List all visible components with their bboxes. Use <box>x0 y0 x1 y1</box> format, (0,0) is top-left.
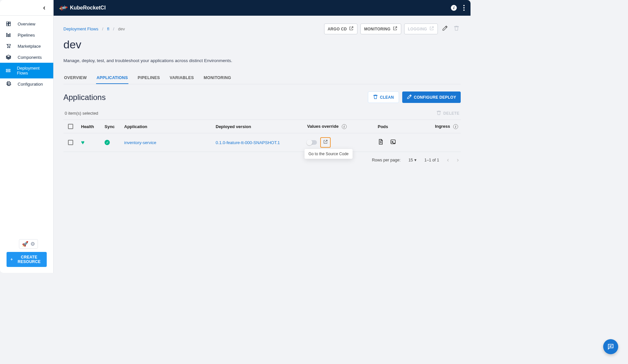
edit-button[interactable] <box>441 24 449 34</box>
external-link-icon <box>349 26 354 32</box>
deployed-version-link[interactable]: 0.1.0-feature-tt-000-SNAPSHOT.1 <box>216 140 280 145</box>
delete-label: DELETE <box>443 111 459 116</box>
sidebar-item-configuration[interactable]: Configuration <box>0 78 53 90</box>
col-deployed: Deployed version <box>216 124 307 129</box>
prev-page[interactable]: ‹ <box>447 157 449 163</box>
breadcrumb: Deployment Flows / fl / dev <box>63 26 125 31</box>
col-sync: Sync <box>105 124 124 129</box>
applications-table: Health Sync Application Deployed version… <box>63 120 461 152</box>
info-icon[interactable]: i <box>342 124 347 129</box>
tab-monitoring[interactable]: MONITORING <box>203 72 232 84</box>
external-link-icon <box>429 26 434 32</box>
nav-label: Components <box>18 55 42 60</box>
logging-label: LOGGING <box>408 27 427 31</box>
topbar: 🚀 KubeRocketCI i <box>54 0 471 16</box>
external-link-icon <box>392 26 398 32</box>
svg-rect-2 <box>9 24 10 26</box>
col-ingress: Ingress i <box>433 124 459 129</box>
pencil-icon <box>407 94 412 100</box>
sidebar-item-deployment-flows[interactable]: Deployment Flows <box>0 63 53 78</box>
sidebar-item-marketplace[interactable]: Marketplace <box>0 41 53 52</box>
monitoring-label: MONITORING <box>364 27 390 31</box>
header-actions: ARGO CD MONITORING LOGGING <box>324 24 461 34</box>
tabs: OVERVIEW APPLICATIONS PIPELINES VARIABLE… <box>63 72 461 84</box>
plus-icon: + <box>10 257 13 262</box>
topbar-right: i <box>451 5 465 11</box>
terminal-icon[interactable]: >_ <box>390 139 396 146</box>
kebab-menu-icon[interactable] <box>463 5 465 11</box>
breadcrumb-sep: / <box>102 26 104 31</box>
pagination: Rows per page: 15 ▾ 1–1 of 1 ‹ › <box>63 152 461 163</box>
page-range: 1–1 of 1 <box>424 158 439 162</box>
sidebar-bottom: 🚀 ⚙ + CREATE RESOURCE <box>0 235 53 273</box>
nav-label: Marketplace <box>18 44 41 49</box>
chevron-down-icon: ▾ <box>414 157 417 162</box>
svg-rect-1 <box>9 22 10 23</box>
breadcrumb-current: dev <box>118 26 125 31</box>
logs-icon[interactable] <box>378 139 384 146</box>
sidebar: Overview Pipelines Marketplace Component… <box>0 0 54 273</box>
row-checkbox[interactable] <box>68 140 73 145</box>
svg-rect-6 <box>9 34 10 37</box>
select-all-checkbox[interactable] <box>68 124 73 129</box>
tool-icons: 🚀 ⚙ <box>19 239 38 249</box>
rows-per-page-label: Rows per page: <box>372 158 401 162</box>
col-values-override: Values override i <box>307 124 378 129</box>
external-link-icon <box>323 139 328 146</box>
sync-ok-icon: ✓ <box>105 140 110 145</box>
monitoring-button[interactable]: MONITORING <box>360 24 401 34</box>
tab-applications[interactable]: APPLICATIONS <box>96 72 129 84</box>
dashboard-icon <box>5 21 12 26</box>
svg-rect-7 <box>6 69 10 70</box>
brand[interactable]: 🚀 KubeRocketCI <box>59 4 106 11</box>
nav-label: Deployment Flows <box>17 66 48 75</box>
rocket-icon[interactable]: 🚀 <box>22 241 28 247</box>
sidebar-item-overview[interactable]: Overview <box>0 18 53 29</box>
settings-icon[interactable]: ⚙ <box>30 241 35 247</box>
values-override-toggle[interactable] <box>307 140 317 145</box>
clean-button[interactable]: CLEAN <box>368 91 399 103</box>
health-icon: ♥ <box>81 139 85 146</box>
nav-list: Overview Pipelines Marketplace Component… <box>0 16 53 235</box>
info-icon[interactable]: i <box>451 5 457 11</box>
source-code-button[interactable] <box>320 137 331 148</box>
create-resource-button[interactable]: + CREATE RESOURCE <box>7 252 47 267</box>
svg-rect-0 <box>7 22 8 24</box>
configure-label: CONFIGURE DEPLOY <box>414 95 456 100</box>
argocd-label: ARGO CD <box>328 27 347 31</box>
trash-icon <box>436 110 441 116</box>
bulk-delete-button: DELETE <box>436 110 459 116</box>
nav-label: Overview <box>18 22 35 26</box>
info-icon[interactable]: i <box>453 124 458 129</box>
rocket-logo-icon: 🚀 <box>58 3 68 13</box>
sidebar-item-pipelines[interactable]: Pipelines <box>0 29 53 41</box>
selected-count: 0 item(s) selected <box>65 111 98 116</box>
page-size-select[interactable]: 15 ▾ <box>408 157 417 162</box>
col-application: Application <box>124 124 216 129</box>
breadcrumb-mid[interactable]: fl <box>107 26 109 31</box>
argocd-button[interactable]: ARGO CD <box>324 24 358 34</box>
delete-button <box>452 24 461 34</box>
sidebar-item-components[interactable]: Components <box>0 52 53 63</box>
svg-text:>_: >_ <box>392 141 395 143</box>
breadcrumb-root[interactable]: Deployment Flows <box>63 26 98 31</box>
layers-icon <box>5 55 12 60</box>
deployment-icon <box>5 68 11 73</box>
svg-rect-4 <box>7 33 7 37</box>
tab-variables[interactable]: VARIABLES <box>169 72 194 84</box>
configure-deploy-button[interactable]: CONFIGURE DEPLOY <box>402 91 461 103</box>
col-health: Health <box>81 124 105 129</box>
cart-icon <box>5 43 12 49</box>
table-row: ♥ ✓ inventory-service 0.1.0-feature-tt-0… <box>63 133 461 152</box>
tooltip: Go to the Source Code <box>305 149 353 159</box>
next-page[interactable]: › <box>457 157 459 163</box>
nav-label: Configuration <box>18 82 43 87</box>
tab-overview[interactable]: OVERVIEW <box>63 72 88 84</box>
application-link[interactable]: inventory-service <box>124 140 156 145</box>
tab-pipelines[interactable]: PIPELINES <box>137 72 160 84</box>
page-subtitle: Manage, deploy, test, and troubleshoot y… <box>63 58 461 63</box>
brand-name: KubeRocketCI <box>70 5 106 11</box>
section-heading: Applications <box>63 93 106 102</box>
main: 🚀 KubeRocketCI i Deployment Flows / fl /… <box>54 0 471 273</box>
sidebar-collapse[interactable] <box>0 0 53 16</box>
